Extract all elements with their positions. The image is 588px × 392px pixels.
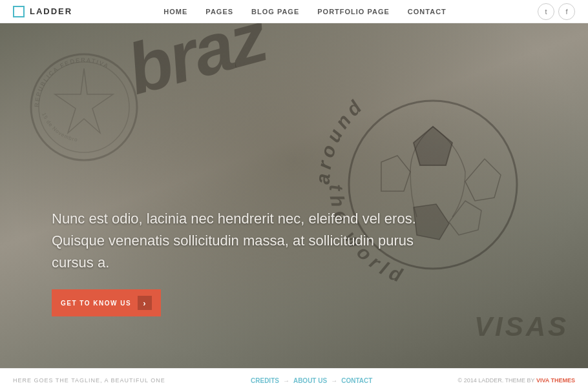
footer-link-credits[interactable]: CREDITS	[251, 377, 279, 384]
svg-marker-12	[449, 201, 481, 235]
logo-text: LADDER	[30, 6, 72, 16]
footer-tagline: HERE GOES THE TAGLINE, A BEAUTIFUL ONE	[13, 377, 165, 384]
svg-text:around: around	[312, 94, 368, 185]
hero-headline: Nunc est odio, lacinia nec hendrerit nec…	[52, 208, 452, 274]
footer-links-group: CREDITS → ABOUT US → CONTACT	[251, 377, 372, 384]
cta-arrow-icon: ›	[138, 296, 152, 310]
svg-marker-8	[414, 127, 452, 165]
left-seal-decoration: REPUBLICA FEDERATIVA 15 de Novembro	[26, 49, 142, 165]
logo-area: LADDER	[13, 6, 72, 17]
visas-text-decoration: VISAS	[474, 311, 569, 342]
footer-copyright: © 2014 LADDER. THEME BY VIVA THEMES	[458, 377, 575, 384]
nav-pages[interactable]: PAGES	[205, 8, 233, 15]
svg-marker-2	[55, 68, 113, 133]
site-footer: HERE GOES THE TAGLINE, A BEAUTIFUL ONE C…	[0, 368, 588, 392]
footer-arrow-1: →	[283, 377, 289, 384]
hero-content: Nunc est odio, lacinia nec hendrerit nec…	[52, 208, 452, 316]
svg-marker-10	[381, 156, 410, 191]
svg-marker-9	[465, 159, 501, 201]
nav-portfolio[interactable]: PORTFOLIO PAGE	[317, 8, 390, 15]
social-icons-group: t f	[538, 3, 575, 20]
hero-section: braz REPUBLICA FEDERATIVA 15 de Novembro…	[0, 23, 588, 368]
twitter-button[interactable]: t	[538, 3, 554, 20]
nav-home[interactable]: HOME	[163, 8, 187, 15]
site-header: LADDER HOME PAGES BLOG PAGE PORTFOLIO PA…	[0, 0, 588, 23]
cta-button[interactable]: GET TO KNOW US ›	[52, 289, 161, 316]
main-nav: HOME PAGES BLOG PAGE PORTFOLIO PAGE CONT…	[163, 8, 446, 15]
facebook-button[interactable]: f	[558, 3, 575, 20]
svg-text:REPUBLICA FEDERATIVA: REPUBLICA FEDERATIVA	[34, 57, 110, 107]
logo-icon	[13, 6, 25, 17]
footer-link-about[interactable]: ABOUT US	[293, 377, 327, 384]
footer-link-contact[interactable]: CONTACT	[341, 377, 372, 384]
nav-blog[interactable]: BLOG PAGE	[251, 8, 299, 15]
footer-arrow-2: →	[331, 377, 337, 384]
nav-contact[interactable]: CONTACT	[408, 8, 446, 15]
cta-label: GET TO KNOW US	[61, 300, 131, 307]
theme-author-link[interactable]: VIVA THEMES	[536, 377, 575, 384]
